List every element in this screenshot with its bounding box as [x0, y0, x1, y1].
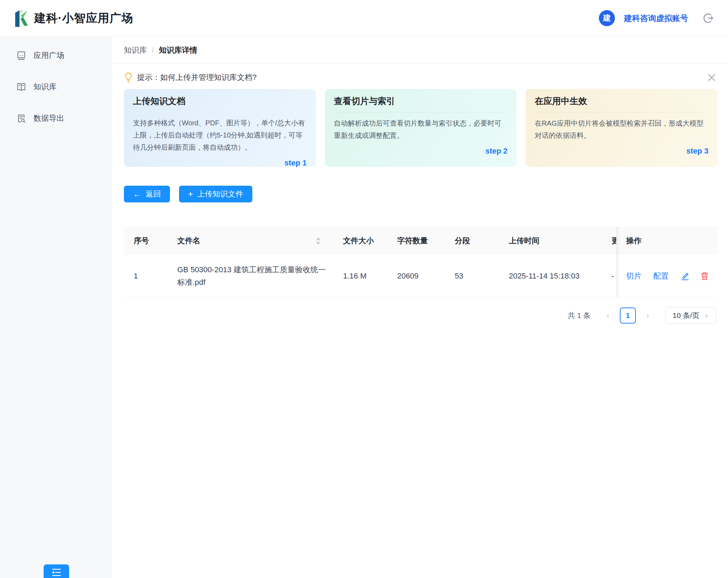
step-badge: step 2	[334, 147, 508, 156]
breadcrumb: 知识库 / 知识库详情	[112, 37, 728, 64]
app-window-icon	[17, 51, 26, 60]
table-header-row: 序号 文件名 文件大小 字符数量 分段 上传时间 更 操作	[124, 227, 718, 255]
step-cards: 上传知识文档 支持多种格式（Word、PDF、图片等），单个/总大小有上限，上传…	[112, 83, 728, 167]
brand: 建科·小智应用广场	[14, 9, 133, 27]
sidebar: 应用广场 知识库 数据导出	[0, 37, 112, 578]
step-card-upload: 上传知识文档 支持多种格式（Word、PDF、图片等），单个/总大小有上限，上传…	[124, 89, 316, 167]
slice-link[interactable]: 切片	[626, 271, 641, 281]
back-button-label: 返回	[146, 189, 161, 199]
card-divider	[535, 112, 708, 112]
page-size-value: 10 条/页	[673, 311, 699, 320]
plus-icon: +	[188, 190, 193, 198]
app-header: 建科·小智应用广场 建 建科咨询虚拟账号	[0, 0, 728, 37]
arrow-left-icon: ←	[133, 190, 141, 198]
pagination-prev-icon[interactable]: ‹	[600, 308, 616, 323]
cell-filename: GB 50300-2013 建筑工程施工质量验收统一标准.pdf	[168, 255, 333, 297]
chevron-down-icon: ∨	[704, 312, 708, 319]
cell-segments: 53	[445, 255, 499, 297]
tip-label: 提示：如何上传并管理知识库文档?	[137, 72, 257, 83]
card-body: 自动解析成功后可查看切片数量与索引状态，必要时可重新生成或调整配置。	[334, 117, 508, 142]
pagination-page-1[interactable]: 1	[620, 307, 636, 324]
brand-logo-icon	[14, 9, 29, 27]
header-index: 序号	[124, 227, 168, 255]
pagination-next-icon[interactable]: ›	[640, 308, 655, 323]
header-filename[interactable]: 文件名	[168, 227, 333, 255]
step-card-slices: 查看切片与索引 自动解析成功后可查看切片数量与索引状态，必要时可重新生成或调整配…	[325, 89, 517, 167]
files-table: 序号 文件名 文件大小 字符数量 分段 上传时间 更 操作 1 GB 50300…	[124, 227, 718, 297]
sidebar-item-data-export[interactable]: 数据导出	[17, 111, 111, 126]
header-filesize: 文件大小	[333, 227, 387, 255]
card-title: 查看切片与索引	[334, 95, 508, 107]
sidebar-item-app-plaza[interactable]: 应用广场	[17, 48, 111, 63]
edit-icon[interactable]	[681, 271, 690, 281]
card-body: 支持多种格式（Word、PDF、图片等），单个/总大小有上限，上传后自动处理（约…	[133, 117, 307, 154]
upload-button-label: 上传知识文件	[197, 189, 243, 199]
pagination: 共 1 条 ‹ 1 › 10 条/页 ∨	[112, 307, 716, 324]
config-link[interactable]: 配置	[653, 271, 669, 281]
header-truncated-column: 更	[602, 227, 616, 255]
breadcrumb-parent[interactable]: 知识库	[124, 45, 147, 55]
header-segments: 分段	[445, 227, 499, 255]
card-body: 在RAG应用中切片将会被模型检索并召回，形成大模型对话的依据语料。	[535, 117, 708, 142]
back-button[interactable]: ← 返回	[124, 186, 170, 202]
cell-truncated: -	[602, 255, 616, 297]
app-title: 建科·小智应用广场	[34, 10, 133, 26]
card-title: 在应用中生效	[535, 95, 708, 107]
step-badge: step 3	[535, 147, 708, 156]
step-badge: step 1	[133, 158, 307, 168]
cell-chars: 20609	[387, 255, 445, 297]
sort-icon[interactable]	[316, 237, 321, 245]
header-filename-label: 文件名	[177, 236, 200, 246]
sidebar-item-label: 应用广场	[34, 50, 64, 61]
header-upload-time: 上传时间	[499, 227, 602, 255]
main-content: 知识库 / 知识库详情 提示：如何上传并管理知识库文档? 上传知识文档 支持多种…	[112, 37, 728, 578]
toolbar: ← 返回 + 上传知识文件	[112, 167, 728, 202]
card-title: 上传知识文档	[133, 95, 307, 107]
account-name[interactable]: 建科咨询虚拟账号	[624, 13, 688, 24]
delete-icon[interactable]	[700, 271, 709, 281]
table-row: 1 GB 50300-2013 建筑工程施工质量验收统一标准.pdf 1.16 …	[124, 255, 718, 297]
logout-icon[interactable]	[702, 12, 714, 24]
header-actions: 操作	[616, 227, 718, 255]
header-chars: 字符数量	[387, 227, 445, 255]
sidebar-item-label: 知识库	[34, 82, 57, 92]
doc-search-icon	[17, 114, 26, 123]
sidebar-collapse-button[interactable]	[44, 564, 69, 578]
sidebar-item-label: 数据导出	[34, 113, 64, 124]
close-icon[interactable]	[706, 72, 718, 83]
cell-actions: 切片 配置	[616, 255, 718, 297]
menu-fold-icon	[51, 568, 62, 577]
filename-text: GB 50300-2013 建筑工程施工质量验收统一标准.pdf	[177, 264, 330, 289]
cell-upload-time: 2025-11-14 15:18:03	[499, 255, 602, 297]
upload-knowledge-file-button[interactable]: + 上传知识文件	[179, 186, 252, 202]
breadcrumb-separator: /	[152, 46, 154, 55]
cell-filesize: 1.16 M	[333, 255, 387, 297]
tip-banner: 提示：如何上传并管理知识库文档?	[112, 64, 728, 83]
cell-index: 1	[124, 255, 168, 297]
pagination-total: 共 1 条	[568, 311, 590, 320]
step-card-effective: 在应用中生效 在RAG应用中切片将会被模型检索并召回，形成大模型对话的依据语料。…	[526, 89, 718, 167]
page-size-select[interactable]: 10 条/页 ∨	[665, 307, 716, 324]
card-divider	[334, 112, 508, 112]
lightbulb-icon	[124, 72, 133, 83]
book-icon	[17, 82, 26, 91]
user-avatar[interactable]: 建	[599, 10, 615, 26]
breadcrumb-current: 知识库详情	[159, 45, 197, 55]
sidebar-item-knowledge-base[interactable]: 知识库	[17, 79, 111, 95]
